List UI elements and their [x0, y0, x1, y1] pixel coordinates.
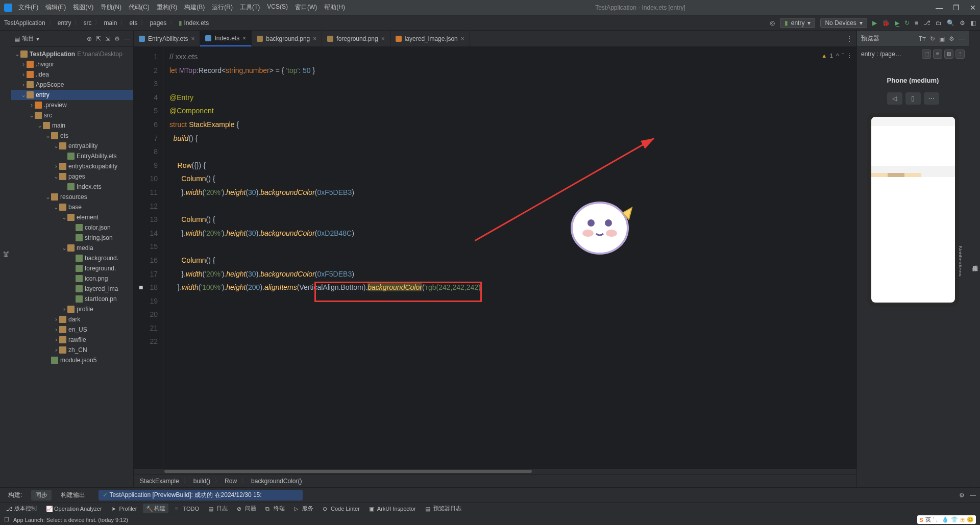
inspect-icon[interactable]: ▣: [939, 35, 945, 42]
toolwindow-tab[interactable]: 应用服务体检: [970, 258, 980, 264]
tree-node[interactable]: module.json5: [11, 355, 133, 365]
code-line[interactable]: [169, 335, 856, 348]
nav-more-icon[interactable]: ⋯: [924, 92, 939, 105]
code-area[interactable]: 1234567891011121314151617■1819202122 ▲1^…: [134, 47, 856, 469]
menu-item[interactable]: 导航(N): [101, 3, 121, 12]
code-line[interactable]: }.width('20%').height(30).backgroundColo…: [169, 186, 856, 199]
menu-item[interactable]: 运行(R): [212, 3, 233, 12]
tree-node[interactable]: ⌄entryability: [11, 141, 133, 151]
refresh-icon[interactable]: ↻: [930, 35, 935, 42]
preview-hide-icon[interactable]: —: [959, 35, 965, 42]
tree-node[interactable]: color.json: [11, 222, 133, 233]
code-line[interactable]: struct StackExample {: [169, 118, 856, 132]
grid-icon[interactable]: ⊞: [944, 49, 953, 59]
code-line[interactable]: [169, 199, 856, 213]
editor-hscrollbar[interactable]: [134, 469, 856, 474]
text-zoom-icon[interactable]: Tᴛ: [919, 35, 926, 42]
tree-node[interactable]: EntryAbility.ets: [11, 151, 133, 161]
expand-icon[interactable]: ⇱: [96, 35, 101, 42]
select-opened-icon[interactable]: ⊕: [87, 35, 92, 42]
minimize-button[interactable]: —: [936, 4, 943, 12]
coverage-icon[interactable]: ▶̲: [895, 19, 899, 27]
editor-crumb[interactable]: Row: [225, 478, 237, 485]
menu-item[interactable]: 文件(F): [18, 3, 38, 12]
code-line[interactable]: [169, 308, 856, 321]
tree-node[interactable]: ⌄base: [11, 202, 133, 212]
maximize-button[interactable]: ❐: [953, 4, 960, 12]
toolwindow-tab[interactable]: 工具: [1, 258, 11, 264]
close-tab-icon[interactable]: ×: [313, 35, 316, 42]
close-tab-icon[interactable]: ×: [191, 35, 194, 42]
nav-rotate-icon[interactable]: ▯: [905, 92, 921, 105]
crumb[interactable]: pages: [150, 19, 166, 27]
tree-node[interactable]: startIcon.pn: [11, 294, 133, 304]
editor-tab[interactable]: EntryAbility.ets×: [134, 31, 200, 46]
editor-tab[interactable]: Index.ets×: [200, 31, 252, 46]
tree-node[interactable]: ›rawfile: [11, 335, 133, 345]
tree-node[interactable]: ⌄resources: [11, 192, 133, 202]
target-icon[interactable]: ◎: [770, 19, 775, 27]
editor-inspections[interactable]: ▲1^ˇ⋮: [821, 49, 852, 63]
editor-crumb[interactable]: backgroundColor(): [251, 478, 302, 485]
tree-node[interactable]: foreground.: [11, 263, 133, 273]
collapse-icon[interactable]: ⇲: [105, 35, 110, 42]
device-selector[interactable]: No Devices▾: [820, 18, 867, 28]
tabs-overflow-icon[interactable]: ⋮: [842, 31, 856, 46]
code-line[interactable]: let MTop:Record<string,number> = { 'top'…: [169, 64, 856, 78]
debug-icon[interactable]: 🐞: [882, 19, 890, 27]
tree-node[interactable]: icon.png: [11, 273, 133, 284]
crumb[interactable]: ets: [129, 19, 137, 27]
menu-item[interactable]: 编辑(E): [45, 3, 66, 12]
tree-node[interactable]: ›dark: [11, 314, 133, 324]
more-icon[interactable]: ⋮: [955, 49, 965, 59]
crumb[interactable]: ▮ Index.ets: [179, 19, 209, 27]
editor-crumb[interactable]: StackExample: [140, 478, 179, 485]
tree-node[interactable]: ›zh_CN: [11, 345, 133, 355]
settings-icon[interactable]: ⚙: [114, 35, 120, 42]
rerun-icon[interactable]: ↻: [904, 19, 910, 27]
build-tab-sync[interactable]: 同步: [31, 490, 52, 501]
tree-node[interactable]: ⌄entry: [11, 90, 133, 100]
search-icon[interactable]: 🔍: [947, 19, 954, 27]
crumb[interactable]: entry: [58, 19, 71, 27]
code-line[interactable]: Column() {: [169, 254, 856, 267]
code-line[interactable]: [169, 77, 856, 91]
folder-icon[interactable]: 🗀: [936, 19, 942, 27]
tree-node[interactable]: ›profile: [11, 304, 133, 314]
editor-tab[interactable]: layered_image.json×: [390, 31, 470, 46]
code-line[interactable]: @Component: [169, 104, 856, 118]
code-line[interactable]: [169, 145, 856, 159]
code-line[interactable]: @Entry: [169, 91, 856, 105]
layers-icon[interactable]: ⬚: [922, 49, 931, 59]
code-line[interactable]: }.width('20%').height(30).backgroundColo…: [169, 267, 856, 281]
close-tab-icon[interactable]: ×: [461, 35, 464, 42]
close-tab-icon[interactable]: ×: [242, 35, 246, 42]
code-line[interactable]: [169, 240, 856, 254]
bottom-tool[interactable]: 📈Operation Analyzer: [43, 505, 105, 513]
build-hide-icon[interactable]: —: [970, 492, 976, 499]
module-selector[interactable]: ▮entry▾: [780, 18, 816, 28]
code-line[interactable]: Column() {: [169, 213, 856, 227]
menu-item[interactable]: 帮助(H): [324, 3, 345, 12]
crumb[interactable]: main: [104, 19, 117, 27]
menu-item[interactable]: VCS(S): [267, 3, 288, 12]
menu-item[interactable]: 重构(R): [157, 3, 178, 12]
code-line[interactable]: Column() {: [169, 172, 856, 186]
close-button[interactable]: ✕: [970, 4, 976, 12]
code-line[interactable]: }.width('20%').height(30).backgroundColo…: [169, 227, 856, 240]
code-line[interactable]: Row({}) {: [169, 159, 856, 172]
tree-node[interactable]: ⌄element: [11, 212, 133, 222]
bottom-tool[interactable]: ▣ArkUI Inspector: [366, 505, 419, 513]
bottom-tool[interactable]: ➤Profiler: [108, 505, 140, 513]
code-line[interactable]: // xxx.ets: [169, 50, 856, 64]
bottom-tool[interactable]: ⊙Code Linter: [320, 505, 363, 513]
editor-tab[interactable]: foreground.png×: [322, 31, 390, 46]
tree-node[interactable]: ›.hvigor: [11, 59, 133, 69]
build-tab-output[interactable]: 构建输出: [57, 490, 89, 501]
editor-crumb[interactable]: build(): [193, 478, 210, 485]
tree-node[interactable]: ⌄pages: [11, 171, 133, 182]
ime-indicator[interactable]: S英‘， 💧👕 ⊞😊: [917, 515, 976, 524]
menu-item[interactable]: 代码(C): [129, 3, 150, 12]
code-line[interactable]: [169, 294, 856, 308]
bottom-tool[interactable]: 🔨构建: [143, 504, 168, 513]
